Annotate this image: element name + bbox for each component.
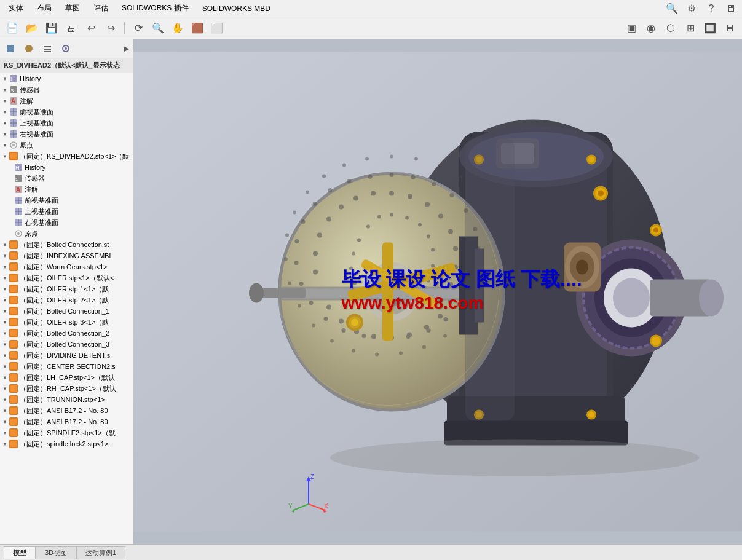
annotation-icon: A <box>14 184 23 194</box>
svg-point-114 <box>438 214 443 219</box>
toolbar-open[interactable]: 📂 <box>23 20 41 37</box>
plane-icon <box>9 118 18 128</box>
help-btn[interactable]: ? <box>703 0 720 17</box>
tree-item[interactable]: ▼ A 注解 <box>0 95 133 106</box>
tab-model[interactable]: 模型 <box>4 546 36 559</box>
tree-item[interactable]: ▼ （固定）OILER.stp-2<1>（默 <box>0 294 133 306</box>
panel-icon-property[interactable] <box>22 42 36 55</box>
panel-icon-feature[interactable] <box>4 42 17 55</box>
toolbar-redo[interactable]: ↪ <box>102 20 119 37</box>
tree-item-label: （固定）LH_CAP.stp<1>（默认 <box>20 373 115 382</box>
toolbar-zoom[interactable]: 🔍 <box>149 20 167 37</box>
svg-rect-54 <box>10 297 17 303</box>
tree-item-label: 右视基准面 <box>20 130 53 139</box>
toolbar-view-rotate[interactable]: ⟳ <box>130 20 147 37</box>
tree-item[interactable]: 上视基准面 <box>0 206 133 217</box>
svg-point-113 <box>425 202 430 207</box>
model-viewport[interactable] <box>133 39 742 544</box>
tree-item-label: 前视基准面 <box>20 108 53 117</box>
toolbar-icon1[interactable]: ▣ <box>623 20 640 37</box>
toolbar-print[interactable]: 🖨 <box>63 20 80 37</box>
tree-item[interactable]: ▼ （固定）TRUNNION.stp<1> <box>0 394 133 405</box>
tree-item[interactable]: S 传感器 <box>0 173 133 184</box>
view-area[interactable]: 毕设 课设 论文 图纸 下载.... www.ytw818.com Z X Y <box>133 39 742 544</box>
svg-rect-70 <box>10 385 17 392</box>
toolbar-icon4[interactable]: ⊞ <box>682 20 699 37</box>
expand-arrow: ▼ <box>2 109 7 115</box>
expand-arrow: ▼ <box>2 132 7 137</box>
expand-arrow: ▼ <box>2 397 7 403</box>
tree-item[interactable]: ▼ （固定）ANSI B17.2 - No. 80 <box>0 405 133 416</box>
tab-3dview[interactable]: 3D视图 <box>36 546 76 559</box>
expand-arrow: ▼ <box>2 286 7 292</box>
toolbar-icon6[interactable]: 🖥 <box>721 20 738 37</box>
tree-item[interactable]: ▼ （固定）Bolted Connection_2 <box>0 328 133 339</box>
tree-item[interactable]: H History <box>0 162 133 173</box>
svg-rect-72 <box>10 396 17 403</box>
tree-item[interactable]: ▼ （固定）LH_CAP.stp<1>（默认 <box>0 372 133 383</box>
svg-point-174 <box>362 334 366 338</box>
toolbar-undo[interactable]: ↩ <box>82 20 100 37</box>
menu-sw-mbd[interactable]: SOLIDWORKS MBD <box>196 2 277 15</box>
search-btn[interactable]: 🔍 <box>663 0 681 17</box>
svg-point-187 <box>342 164 346 167</box>
tree-item[interactable]: ▼ S 传感器 <box>0 84 133 95</box>
tree-item[interactable]: ▼ （固定）SPINDLE2.stp<1>（默 <box>0 427 133 438</box>
svg-text:A: A <box>11 98 15 105</box>
tree-item[interactable]: ▼ 原点 <box>0 140 133 151</box>
tree-item[interactable]: 右视基准面 <box>0 217 133 228</box>
menu-sketch[interactable]: 草图 <box>59 1 86 15</box>
svg-rect-48 <box>10 264 17 270</box>
svg-point-200 <box>422 345 426 349</box>
tree-item[interactable]: ▼ 前视基准面 <box>0 106 133 117</box>
tree-item[interactable]: ▼ （固定）OILER.stp-1<1>（默 <box>0 283 133 294</box>
toolbar-save[interactable]: 💾 <box>43 20 60 37</box>
toolbar-pan[interactable]: ✋ <box>169 20 186 37</box>
tab-motion[interactable]: 运动算例1 <box>76 546 125 559</box>
tree-item[interactable]: ▼ （固定）RH_CAP.stp<1>（默认 <box>0 383 133 394</box>
menu-solid[interactable]: 实体 <box>2 1 30 15</box>
tree-item[interactable]: ▼ （固定）KS_DIVHEAD2.stp<1>（默 <box>0 151 133 162</box>
tree-item[interactable]: 前视基准面 <box>0 195 133 206</box>
tree-item[interactable]: 原点 <box>0 228 133 239</box>
svg-rect-60 <box>10 330 17 336</box>
svg-point-111 <box>389 191 394 196</box>
tree-item[interactable]: ▼ （固定）OILER.stp<1>（默认< <box>0 272 133 283</box>
toolbar-display[interactable]: 🟫 <box>189 20 206 37</box>
tree-item[interactable]: ▼ （固定）Bolted Connection_1 <box>0 306 133 317</box>
tree-item[interactable]: ▼ H History <box>0 73 133 84</box>
menu-layout[interactable]: 布局 <box>31 1 58 15</box>
tree-item[interactable]: ▼ （固定）Worm Gears.stp<1> <box>0 261 133 272</box>
tree-item[interactable]: ▼ 上视基准面 <box>0 117 133 128</box>
toolbar-icon2[interactable]: ◉ <box>642 20 660 37</box>
menu-evaluate[interactable]: 评估 <box>87 1 114 15</box>
tree-item[interactable]: ▼ （固定）INDEXING ASSEMBL <box>0 250 133 261</box>
tree-item[interactable]: ▼ （固定）Bolted Connection_3 <box>0 339 133 350</box>
svg-point-150 <box>349 267 353 270</box>
view-btn[interactable]: 🖥 <box>722 0 740 17</box>
tree-item[interactable]: ▼ （固定）OILER.stp-3<1>（默 <box>0 317 133 328</box>
svg-rect-25 <box>10 153 17 159</box>
tree-item[interactable]: ▼ （固定）ANSI B17.2 - No. 80 <box>0 416 133 427</box>
tree-item[interactable]: ▼ （固定）spindle lock2.stp<1>: <box>0 438 133 449</box>
svg-rect-52 <box>10 286 17 292</box>
assembly-icon <box>9 262 18 272</box>
svg-point-156 <box>411 175 416 179</box>
panel-collapse-arrow[interactable]: ▶ <box>124 44 129 53</box>
panel-icon-display[interactable] <box>59 42 73 55</box>
svg-rect-62 <box>10 341 17 347</box>
tree-item[interactable]: ▼ （固定）DIVIDING DETENT.s <box>0 350 133 361</box>
menu-sw-plugins[interactable]: SOLIDWORKS 插件 <box>116 1 195 15</box>
toolbar-section[interactable]: ⬜ <box>208 20 226 37</box>
toolbar-icon3[interactable]: ⬡ <box>662 20 679 37</box>
toolbar-icon5[interactable]: 🔲 <box>701 20 719 37</box>
tree-item[interactable]: ▼ 右视基准面 <box>0 128 133 140</box>
toolbar-new[interactable]: 📄 <box>4 20 21 37</box>
tree-item[interactable]: ▼ （固定）CENTER SECTION2.s <box>0 361 133 372</box>
tree-item[interactable]: ▼ （固定）Bolted Connection.st <box>0 239 133 250</box>
svg-point-216 <box>351 319 358 326</box>
settings-btn[interactable]: ⚙ <box>683 0 700 17</box>
panel-icon-config[interactable] <box>41 42 54 55</box>
tree-item[interactable]: A 注解 <box>0 184 133 195</box>
svg-point-140 <box>427 235 430 239</box>
